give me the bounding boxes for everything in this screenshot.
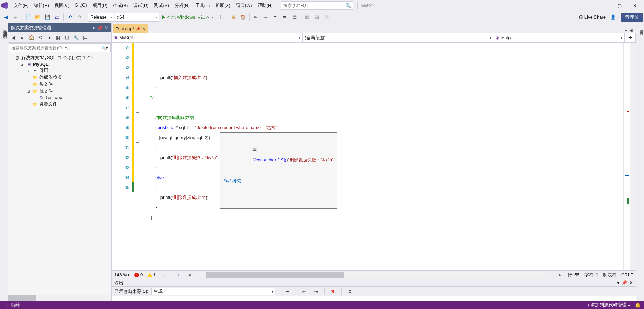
code-line[interactable]: {: [141, 142, 623, 152]
save-button[interactable]: 💾: [43, 13, 52, 22]
code-line[interactable]: printf("删除数据失败：%s \n", mysql_error(&m));: [141, 152, 623, 162]
redo-button[interactable]: ↷: [75, 13, 84, 22]
toolbox-btn-1[interactable]: ▣: [229, 13, 238, 22]
tree-sources[interactable]: ◢📁源文件: [8, 88, 111, 95]
vertical-scrollbar[interactable]: [630, 43, 636, 270]
comment-button[interactable]: ≡: [271, 13, 280, 22]
code-line[interactable]: }: [141, 212, 623, 222]
sln-properties-button[interactable]: 🔧: [72, 34, 80, 41]
sln-collapse-button[interactable]: ⊟: [63, 34, 71, 41]
editor-tab[interactable]: Test.cpp* 📌 ✕: [113, 24, 148, 33]
minimap[interactable]: [623, 43, 630, 270]
panel-close-icon[interactable]: ✕: [629, 280, 633, 285]
sln-showall-button[interactable]: ▦: [54, 34, 62, 41]
next-issue-button[interactable]: →: [174, 272, 182, 278]
code-line[interactable]: [141, 103, 623, 113]
right-rail-diagnostics[interactable]: 诊断工具: [636, 23, 644, 301]
back-button[interactable]: ◀: [1, 13, 10, 22]
menu-item[interactable]: 测试(S): [151, 1, 172, 10]
nav-split-button[interactable]: ✚: [625, 33, 636, 42]
tabs-indicator[interactable]: 制表符: [603, 272, 616, 278]
expand-icon[interactable]: ◢: [21, 62, 25, 66]
error-count[interactable]: ✕0: [134, 272, 143, 277]
code-line[interactable]: printf("删除数据成功\n");: [141, 192, 623, 202]
code-editor[interactable]: ▤ ((const char [19]))"删除数据失败：%s \n" 联机搜索…: [141, 43, 623, 270]
tb-icon-a[interactable]: ▦: [303, 13, 312, 22]
scm-add-button[interactable]: ↑ 添加到源代码管理 ▴: [587, 302, 630, 308]
toolbox-btn-2[interactable]: 🏠: [239, 13, 248, 22]
horizontal-scrollbar[interactable]: [200, 272, 550, 278]
prev-issue-button[interactable]: ←: [160, 272, 169, 278]
minimize-button[interactable]: —: [596, 1, 612, 10]
menu-item[interactable]: 调试(D): [131, 1, 151, 10]
maximize-button[interactable]: ▢: [612, 1, 627, 10]
output-indent-button[interactable]: ⇤: [300, 287, 309, 296]
output-settings-button[interactable]: ⚙: [345, 287, 354, 296]
tb-icon-b[interactable]: ▧: [312, 13, 321, 22]
menu-item[interactable]: 文件(F): [11, 1, 31, 10]
sln-home-button[interactable]: 🏠: [28, 34, 35, 41]
code-line[interactable]: printf("插入数据成功\n");: [141, 73, 623, 83]
panel-dropdown-icon[interactable]: ▾: [93, 25, 95, 31]
start-debug-button[interactable]: 本地 Windows 调试器: [160, 14, 216, 20]
nav-scope-project[interactable]: ▣MySQL: [112, 33, 303, 42]
tree-references[interactable]: ▷▪▪引用: [8, 67, 111, 74]
code-line[interactable]: }: [141, 202, 623, 212]
code-line[interactable]: //向数据库删除数据: [141, 113, 623, 122]
tb-icon-c[interactable]: ▨: [322, 13, 331, 22]
tree-project[interactable]: ◢▣MySQL: [8, 61, 111, 67]
search-input[interactable]: [283, 3, 345, 8]
code-line[interactable]: else: [141, 172, 623, 182]
platform-combo[interactable]: x64: [115, 13, 159, 22]
menu-item[interactable]: 工具(T): [193, 1, 213, 10]
menu-item[interactable]: 窗口(W): [233, 1, 255, 10]
tab-close-icon[interactable]: ✕: [142, 26, 145, 31]
zoom-combo[interactable]: 146 %▾: [114, 272, 129, 277]
liveshare-button[interactable]: ☊ Live Share: [577, 14, 608, 20]
tree-solution-root[interactable]: 🗐解决方案"MySQL"(1 个项目/共 1 个): [8, 54, 111, 61]
nav-scope-global[interactable]: (全局范围): [303, 33, 494, 42]
menu-item[interactable]: 视图(V): [52, 1, 72, 10]
tree-headers[interactable]: 📁头文件: [8, 81, 111, 88]
output-source-combo[interactable]: 生成: [151, 288, 275, 295]
solution-hscroll[interactable]: [8, 295, 111, 301]
sln-sync-button[interactable]: ⟲: [37, 34, 44, 41]
code-line[interactable]: }: [141, 83, 623, 93]
global-search[interactable]: 🔍: [281, 1, 353, 10]
pin-icon[interactable]: 📌: [136, 27, 140, 31]
sln-preview-button[interactable]: ▤: [81, 34, 89, 41]
fold-toggle[interactable]: -: [136, 142, 139, 152]
forward-button[interactable]: ▸: [11, 13, 20, 22]
expand-icon[interactable]: ▷: [27, 69, 31, 73]
menu-item[interactable]: 分析(N): [172, 1, 193, 10]
line-indicator[interactable]: 行: 55: [568, 272, 580, 278]
eol-indicator[interactable]: CRLF: [621, 272, 633, 277]
step-button[interactable]: ⤵: [216, 13, 225, 22]
sln-fwd-button[interactable]: ▸: [19, 34, 26, 41]
output-clear-button[interactable]: ≣: [283, 287, 292, 296]
expand-icon[interactable]: ◢: [27, 89, 31, 93]
panel-dropdown-icon[interactable]: ▾: [617, 280, 620, 285]
indent-less-button[interactable]: ⇤: [251, 13, 260, 22]
code-line[interactable]: const char* sql_2 = "delete from student…: [141, 122, 623, 132]
close-button[interactable]: ✕: [627, 1, 643, 10]
panel-pin-icon[interactable]: 📌: [622, 280, 627, 285]
panel-close-icon[interactable]: ✕: [105, 25, 108, 31]
config-combo[interactable]: Release: [88, 13, 114, 22]
solution-search[interactable]: 🔍▾: [9, 43, 111, 52]
hscroll-right[interactable]: ▶: [557, 273, 563, 277]
menu-item[interactable]: 编辑(E): [31, 1, 52, 10]
undo-button[interactable]: ↶: [65, 13, 74, 22]
sln-filter-button[interactable]: ▾: [45, 34, 53, 41]
tab-settings-icon[interactable]: ⚙: [630, 28, 634, 33]
menu-item[interactable]: 生成(B): [110, 1, 131, 10]
left-rail-tab[interactable]: 服务器资源管理器: [2, 26, 8, 301]
tooltip-search-link[interactable]: 联机搜索: [224, 176, 334, 186]
code-line[interactable]: if (mysql_query(&m, sql_2)): [141, 132, 623, 142]
menu-item[interactable]: 项目(P): [90, 1, 110, 10]
uncomment-button[interactable]: ≢: [280, 13, 289, 22]
tree-resources[interactable]: 📁资源文件: [8, 100, 111, 107]
sln-back-button[interactable]: ◀: [10, 34, 17, 41]
code-line[interactable]: */: [141, 93, 623, 103]
col-indicator[interactable]: 字符: 1: [584, 272, 598, 278]
